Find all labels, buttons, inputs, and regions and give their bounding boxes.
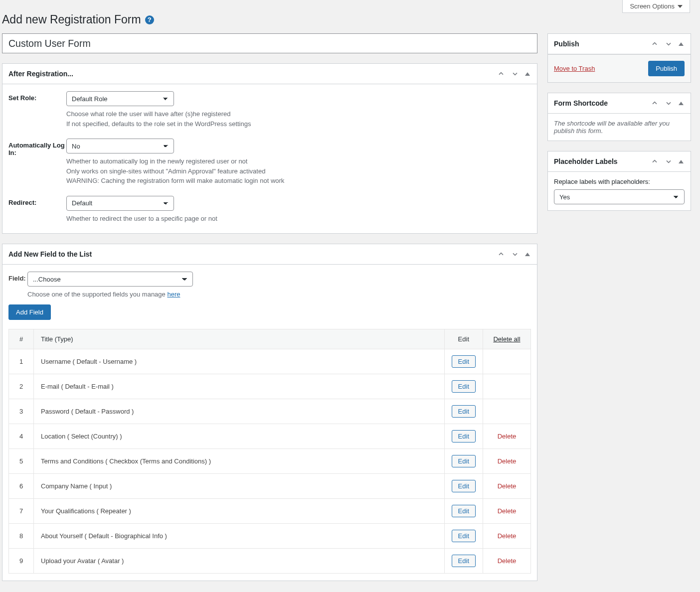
redirect-select[interactable]: Default: [66, 196, 174, 211]
auto-login-label: Automatically Log In:: [8, 139, 66, 156]
row-num: 1: [9, 349, 34, 374]
triangle-up-icon: [679, 102, 684, 105]
field-type-select[interactable]: ...Choose: [27, 272, 193, 287]
panel-after-registration: After Registration... Set Role: Default …: [2, 63, 537, 234]
edit-row-button[interactable]: Edit: [452, 380, 476, 393]
delete-row-link[interactable]: Delete: [498, 482, 517, 490]
panel-toggle-button[interactable]: [677, 155, 686, 167]
shortcode-desc: The shortcode will be available after yo…: [548, 114, 691, 141]
help-icon[interactable]: ?: [145, 15, 154, 24]
field-select-label: Field:: [8, 272, 27, 282]
publish-button[interactable]: Publish: [648, 61, 685, 76]
edit-row-button[interactable]: Edit: [452, 455, 476, 467]
set-role-desc-1: Choose what role the user will have afte…: [66, 109, 531, 119]
panel-move-up-button[interactable]: [495, 248, 507, 260]
row-title: About Yourself ( Default - Biographical …: [34, 523, 445, 548]
auto-login-desc-1: Whether to automatically log in the newl…: [66, 156, 531, 166]
row-title: Company Name ( Input ): [34, 473, 445, 498]
col-header-title: Title (Type): [34, 329, 445, 349]
panel-move-up-button[interactable]: [649, 155, 661, 167]
form-title-input[interactable]: [2, 33, 537, 53]
panel-toggle-button[interactable]: [677, 97, 686, 109]
auto-login-desc-3: WARNING: Caching the registration form w…: [66, 176, 531, 186]
panel-move-down-button[interactable]: [663, 155, 675, 167]
row-num: 3: [9, 399, 34, 424]
page-title-text: Add new Registration Form: [2, 13, 141, 26]
table-row: 3Password ( Default - Password )Edit: [9, 399, 531, 424]
panel-move-down-button[interactable]: [663, 38, 675, 50]
panel-toggle-button[interactable]: [677, 38, 686, 50]
auto-login-select[interactable]: No: [66, 139, 174, 153]
delete-row-link[interactable]: Delete: [498, 457, 517, 465]
row-title: Location ( Select (Country) ): [34, 424, 445, 448]
row-title: Your Qualifications ( Repeater ): [34, 498, 445, 523]
triangle-up-icon: [525, 72, 530, 76]
panel-move-up-button[interactable]: [495, 68, 507, 80]
row-num: 8: [9, 523, 34, 548]
screen-options-label: Screen Options: [630, 2, 675, 10]
row-title: Terms and Conditions ( Checkbox (Terms a…: [34, 448, 445, 473]
edit-row-button[interactable]: Edit: [452, 505, 476, 517]
delete-row-link[interactable]: Delete: [498, 507, 517, 515]
panel-add-field: Add New Field to the List Field: ...Choo…: [2, 244, 537, 581]
edit-row-button[interactable]: Edit: [452, 555, 476, 567]
row-num: 9: [9, 548, 34, 573]
panel-header: Add New Field to the List: [2, 244, 537, 265]
triangle-up-icon: [679, 160, 684, 163]
redirect-desc: Whether to redirect the user to a specif…: [66, 214, 531, 224]
table-row: 9Upload your Avatar ( Avatar )EditDelete: [9, 548, 531, 573]
panel-form-shortcode: Form Shortcode The shortcode will be ava…: [547, 93, 691, 141]
set-role-label: Set Role:: [8, 91, 66, 102]
panel-move-down-button[interactable]: [663, 97, 675, 109]
triangle-up-icon: [525, 253, 530, 256]
panel-header: Publish: [548, 34, 691, 54]
table-row: 7Your Qualifications ( Repeater )EditDel…: [9, 498, 531, 523]
row-title: Password ( Default - Password ): [34, 399, 445, 424]
field-desc-text: Choose one of the supported fields you m…: [27, 291, 167, 298]
set-role-desc-2: If not specified, defaults to the role s…: [66, 119, 531, 129]
delete-all-link[interactable]: Delete all: [493, 335, 520, 343]
redirect-label: Redirect:: [8, 196, 66, 206]
panel-move-down-button[interactable]: [509, 68, 521, 80]
panel-title: Add New Field to the List: [2, 244, 98, 264]
col-header-num: #: [9, 329, 34, 349]
delete-row-link[interactable]: Delete: [498, 532, 517, 540]
panel-title: After Registration...: [2, 64, 79, 84]
page-title: Add new Registration Form ?: [0, 13, 700, 33]
caret-down-icon: [678, 5, 683, 8]
add-field-button[interactable]: Add Field: [8, 304, 51, 320]
fields-table: # Title (Type) Edit Delete all 1Username…: [8, 329, 531, 574]
panel-header: After Registration...: [2, 64, 537, 84]
panel-header: Form Shortcode: [548, 93, 691, 114]
panel-toggle-button[interactable]: [523, 248, 532, 260]
row-num: 2: [9, 374, 34, 399]
edit-row-button[interactable]: Edit: [452, 530, 476, 542]
panel-title: Placeholder Labels: [548, 151, 624, 171]
screen-options-button[interactable]: Screen Options: [622, 0, 690, 13]
panel-placeholder-labels: Placeholder Labels Replace labels with p…: [547, 151, 691, 211]
set-role-select[interactable]: Default Role: [66, 91, 174, 106]
edit-row-button[interactable]: Edit: [452, 430, 476, 443]
edit-row-button[interactable]: Edit: [452, 480, 476, 492]
row-title: E-mail ( Default - E-mail ): [34, 374, 445, 399]
table-row: 8About Yourself ( Default - Biographical…: [9, 523, 531, 548]
row-num: 7: [9, 498, 34, 523]
placeholder-select[interactable]: Yes: [554, 189, 685, 204]
delete-row-link[interactable]: Delete: [498, 433, 517, 440]
triangle-up-icon: [679, 42, 684, 46]
table-row: 1Username ( Default - Username )Edit: [9, 349, 531, 374]
panel-move-down-button[interactable]: [509, 248, 521, 260]
panel-move-up-button[interactable]: [649, 97, 661, 109]
edit-row-button[interactable]: Edit: [452, 355, 476, 368]
panel-toggle-button[interactable]: [523, 68, 532, 80]
row-title: Upload your Avatar ( Avatar ): [34, 548, 445, 573]
edit-row-button[interactable]: Edit: [452, 405, 476, 418]
auto-login-desc-2: Only works on single-sites without "Admi…: [66, 166, 531, 176]
panel-move-up-button[interactable]: [649, 38, 661, 50]
move-to-trash-link[interactable]: Move to Trash: [554, 65, 595, 72]
delete-row-link[interactable]: Delete: [498, 557, 517, 565]
panel-header: Placeholder Labels: [548, 151, 691, 172]
table-row: 5Terms and Conditions ( Checkbox (Terms …: [9, 448, 531, 473]
row-title: Username ( Default - Username ): [34, 349, 445, 374]
manage-fields-link[interactable]: here: [167, 291, 180, 298]
